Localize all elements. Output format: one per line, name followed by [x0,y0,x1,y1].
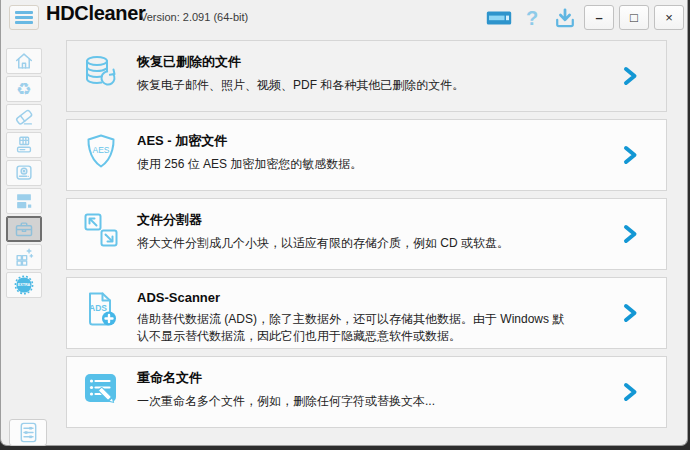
card-description: 一次重命名多个文件，例如，删除任何字符或替换文本... [137,393,575,410]
feature-card[interactable]: 文件分割器 将大文件分割成几个小块，以适应有限的存储介质，例如 CD 或软盘。 [66,198,667,270]
card-description: 借助替代数据流 (ADS)，除了主数据外，还可以存储其他数据。由于 Window… [137,311,575,346]
sidebar-item-home[interactable] [6,48,42,74]
file-split-icon [81,210,121,250]
blocks-icon [13,246,35,268]
download-icon [553,7,577,29]
sidebar-item-extra[interactable]: EXTRA [6,272,42,298]
database-recover-icon [81,52,121,92]
rename-list-icon [81,368,121,412]
donate-icon [486,9,512,27]
app-version: Version: 2.091 (64-bit) [140,11,248,23]
file-split-icon [81,210,121,254]
partition-icon [13,190,35,212]
help-button[interactable]: ? [518,6,546,29]
feature-card[interactable]: ADS ADS-Scanner 借助替代数据流 (ADS)，除了主数据外，还可以… [66,277,667,349]
minimize-button[interactable]: – [584,5,614,30]
close-button[interactable]: × [654,5,684,30]
recycle-icon: ♻ [13,78,35,100]
eraser-icon [13,106,35,128]
donate-button[interactable] [485,6,513,29]
card-list: 恢复已删除的文件 恢复电子邮件、照片、视频、PDF 和各种其他已删除的文件。 A… [66,40,667,435]
toolbox-icon [13,218,35,240]
home-icon [13,50,35,72]
feature-card[interactable]: AES AES - 加密文件 使用 256 位 AES 加密加密您的敏感数据。 [66,119,667,191]
card-title: 恢复已删除的文件 [137,53,575,71]
chevron-right-icon [623,303,638,323]
help-icon: ? [526,8,538,28]
chevron-right-icon [623,145,638,165]
registry-icon [13,134,35,156]
svg-text:AES: AES [92,145,109,155]
card-title: AES - 加密文件 [137,132,575,150]
rename-list-icon [81,368,121,408]
sidebar-item-drive[interactable] [6,160,42,186]
card-description: 使用 256 位 AES 加密加密您的敏感数据。 [137,156,575,173]
hamburger-icon [15,11,33,14]
aes-shield-icon: AES [81,131,121,171]
sidebar-item-cleaning[interactable]: ♻ [6,76,42,102]
sidebar-item-options[interactable] [9,419,47,446]
feature-card[interactable]: 重命名文件 一次重命名多个文件，例如，删除任何字符或替换文本... [66,356,667,428]
chevron-right-icon [623,224,638,244]
ads-document-icon: ADS [81,289,121,329]
hamburger-menu-button[interactable] [9,5,39,30]
sidebar-item-partition[interactable] [6,188,42,214]
sidebar: ♻ EXTRA [1,48,47,300]
chevron-right-icon[interactable] [623,382,638,402]
database-recover-icon [81,52,121,96]
app-window: HDCleaner Version: 2.091 (64-bit) ? – □ … [0,0,688,446]
card-title: 重命名文件 [137,369,575,387]
sidebar-item-registry[interactable] [6,132,42,158]
card-description: 将大文件分割成几个小块，以适应有限的存储介质，例如 CD 或软盘。 [137,235,575,252]
chevron-right-icon[interactable] [623,66,638,86]
ads-document-icon: ADS [81,289,121,333]
chevron-right-icon [623,382,638,402]
download-button[interactable] [551,6,579,29]
feature-card[interactable]: 恢复已删除的文件 恢复电子邮件、照片、视频、PDF 和各种其他已删除的文件。 [66,40,667,112]
aes-shield-icon: AES [81,131,121,175]
chevron-right-icon [623,66,638,86]
sidebar-item-tools[interactable] [6,216,42,242]
maximize-button[interactable]: □ [619,5,649,30]
svg-text:EXTRA: EXTRA [18,283,31,287]
card-title: 文件分割器 [137,211,575,229]
chevron-right-icon[interactable] [623,224,638,244]
card-description: 恢复电子邮件、照片、视频、PDF 和各种其他已删除的文件。 [137,77,575,94]
sliders-icon [17,421,40,444]
chevron-right-icon[interactable] [623,303,638,323]
sidebar-item-eraser[interactable] [6,104,42,130]
card-title: ADS-Scanner [137,290,575,305]
extra-badge-icon: EXTRA [13,274,35,296]
sidebar-item-plugins[interactable] [6,244,42,270]
chevron-right-icon[interactable] [623,145,638,165]
svg-text:ADS: ADS [89,303,107,313]
titlebar: HDCleaner Version: 2.091 (64-bit) ? – □ … [1,0,687,34]
app-title: HDCleaner [46,2,146,25]
svg-text:♻: ♻ [16,79,32,99]
hard-drive-icon [13,162,35,184]
